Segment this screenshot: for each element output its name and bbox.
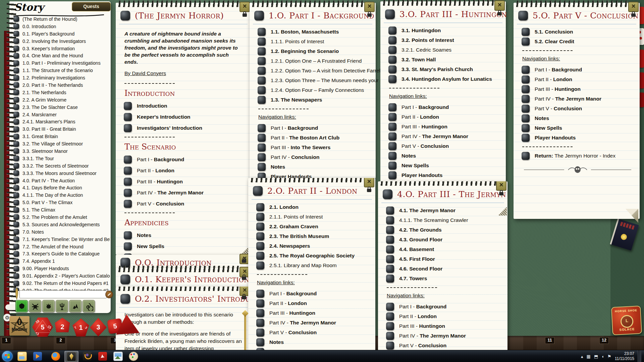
nav-link[interactable]: Part IV - The Jermyn Manor	[522, 95, 634, 103]
nav-link[interactable]: Part V - Conclusion	[522, 105, 634, 113]
topic-bullet-icon[interactable]	[388, 123, 396, 131]
topic-link[interactable]: 2.4. Newspapers	[256, 242, 369, 250]
topic-bullet-icon[interactable]	[13, 273, 19, 279]
topic-bullet-icon[interactable]	[522, 114, 530, 122]
topic-link[interactable]: 2.1. London	[256, 203, 369, 211]
topic-link[interactable]: 4.6. Second Floor	[386, 265, 501, 273]
numbered-tab[interactable]: 12	[599, 337, 609, 344]
nav-link[interactable]: Part II - The Boston Art Club	[258, 134, 370, 142]
story-list-item[interactable]: 1.0. Part I - Preliminary Investigations	[13, 59, 110, 67]
topic-link[interactable]: 1.2.1. Option One – A Frustrated Friend	[258, 57, 370, 65]
story-list-item[interactable]: 3.3.1. The Tour	[13, 155, 110, 162]
topic-bullet-icon[interactable]	[13, 192, 19, 198]
story-list-item[interactable]: 5.0. Part V - The Climax	[13, 199, 110, 206]
topic-bullet-icon[interactable]	[258, 86, 266, 94]
topic-bullet-icon[interactable]	[256, 232, 264, 240]
topic-link[interactable]: 3.4. Huntingdon Asylum for Lunatics	[388, 75, 500, 83]
topic-bullet-icon[interactable]	[13, 31, 19, 37]
topic-bullet-icon[interactable]	[124, 189, 132, 197]
topic-bullet-icon[interactable]	[388, 152, 396, 160]
topic-bullet-icon[interactable]	[256, 242, 264, 250]
close-button[interactable]	[364, 178, 374, 187]
story-list-item[interactable]: (The Return of the Hound)	[13, 15, 110, 23]
note-entry-input[interactable]	[19, 290, 107, 298]
taskbar-audible-button[interactable]	[80, 351, 94, 362]
topic-bullet-icon[interactable]	[13, 266, 19, 272]
topic-bullet-icon[interactable]	[120, 11, 130, 20]
numbered-tab[interactable]: 1	[2, 337, 11, 344]
topic-bullet-icon[interactable]	[13, 244, 19, 249]
story-list-item[interactable]: 9.02. The Return of the Hound Papers #1	[13, 280, 110, 287]
topic-bullet-icon[interactable]	[13, 148, 19, 154]
story-list-item[interactable]: 4.1.1. The Day of the Auction	[13, 191, 110, 199]
story-list-item[interactable]: 1.1. The Structure of the Scenario	[13, 67, 110, 74]
trident-sigil-icon[interactable]	[56, 300, 68, 312]
topic-bullet-icon[interactable]	[258, 38, 266, 46]
story-list-item[interactable]: 4.0. Part IV - The Auction	[13, 177, 110, 184]
tobacco-tin[interactable]: HORSE SHOE L SOLACE	[611, 306, 642, 335]
taskbar-media-player-button[interactable]	[31, 351, 44, 362]
topic-link[interactable]: 3.2.1. Cedric Soames	[388, 46, 500, 54]
topic-link[interactable]: 3.2. Points of Interest	[388, 36, 500, 44]
topic-bullet-icon[interactable]	[124, 231, 132, 239]
nav-link[interactable]: Part III - Huntingon	[522, 85, 634, 93]
nav-link[interactable]: Player Handouts	[388, 171, 500, 179]
story-list-item[interactable]: 2.4.1. Marskamer's Plans	[13, 118, 110, 125]
close-button[interactable]	[496, 181, 506, 191]
topic-bullet-icon[interactable]	[13, 46, 19, 51]
topic-bullet-icon[interactable]	[258, 67, 266, 75]
lock-icon[interactable]	[242, 259, 246, 263]
nav-link[interactable]: Part II - London	[388, 113, 500, 121]
nav-link[interactable]: Part III - Huntingon	[256, 309, 369, 317]
topic-link[interactable]: 2.5. The Royal Geographic Society	[256, 252, 369, 260]
topic-bullet-icon[interactable]	[386, 245, 394, 253]
topic-bullet-icon[interactable]	[13, 236, 19, 242]
story-list-item[interactable]: 2.0. Part II - The Netherlands	[13, 81, 110, 89]
topic-bullet-icon[interactable]	[13, 112, 19, 117]
topic-bullet-icon[interactable]	[522, 95, 530, 103]
story-list-item[interactable]: 2.4. Marskramer	[13, 111, 110, 118]
topic-bullet-icon[interactable]	[258, 163, 266, 171]
grid-tray-icon[interactable]: ▦	[587, 354, 591, 359]
topic-bullet-icon[interactable]	[13, 23, 19, 29]
topic-bullet-icon[interactable]	[13, 119, 19, 125]
topic-bullet-icon[interactable]	[13, 156, 19, 161]
topic-link[interactable]: 2.3. The British Museum	[256, 232, 369, 240]
lock-icon[interactable]	[243, 13, 247, 17]
nav-link[interactable]: New Spells	[522, 124, 634, 132]
story-list-item[interactable]: 7.1. Keeper's Timeline: De Wynter and Be…	[13, 236, 110, 243]
start-button[interactable]	[2, 351, 13, 362]
action-center-tray-icon[interactable]: ⚑	[607, 354, 611, 359]
topic-link[interactable]: 3.1. Huntingdon	[388, 26, 500, 35]
story-list-item[interactable]: 0.2. Involving the Investigators	[13, 38, 110, 45]
topic-bullet-icon[interactable]	[13, 222, 19, 227]
topic-link[interactable]: New Spells	[124, 242, 245, 250]
topic-bullet-icon[interactable]	[388, 103, 396, 111]
nav-link[interactable]: Notes	[522, 114, 634, 122]
taskbar-acrobat-button[interactable]	[96, 351, 109, 362]
author-link[interactable]: By David Conyers	[124, 70, 166, 76]
topic-bullet-icon[interactable]	[388, 75, 396, 83]
topic-bullet-icon[interactable]	[386, 206, 394, 215]
topic-bullet-icon[interactable]	[124, 178, 132, 186]
story-list-item[interactable]: 1.2. Preliminary Investigations	[13, 74, 110, 81]
topic-link[interactable]: 4.5. First Floor	[386, 255, 501, 263]
story-list-item[interactable]: 7.3. Keeper's Guide to the Catalogue	[13, 250, 110, 258]
story-list-item[interactable]: 3.2. The Village of Sleetmoor	[13, 140, 110, 147]
topic-bullet-icon[interactable]	[386, 265, 394, 273]
topic-bullet-icon[interactable]	[388, 171, 396, 179]
topic-bullet-icon[interactable]	[256, 203, 264, 211]
topic-bullet-icon[interactable]	[386, 342, 394, 350]
topic-bullet-icon[interactable]	[124, 113, 132, 121]
topic-bullet-icon[interactable]	[522, 152, 530, 160]
topic-bullet-icon[interactable]	[256, 223, 264, 231]
topic-bullet-icon[interactable]	[388, 46, 396, 54]
winged-horror-icon[interactable]	[15, 300, 28, 312]
topic-bullet-icon[interactable]	[388, 56, 396, 64]
topic-bullet-icon[interactable]	[13, 170, 19, 176]
topic-bullet-icon[interactable]	[13, 38, 19, 44]
topic-bullet-icon[interactable]	[522, 105, 530, 113]
nav-link[interactable]: Part IV - Conclusion	[258, 153, 370, 161]
nav-link[interactable]: Part I - Background	[256, 290, 369, 298]
topic-link[interactable]: Introduction	[124, 102, 245, 110]
